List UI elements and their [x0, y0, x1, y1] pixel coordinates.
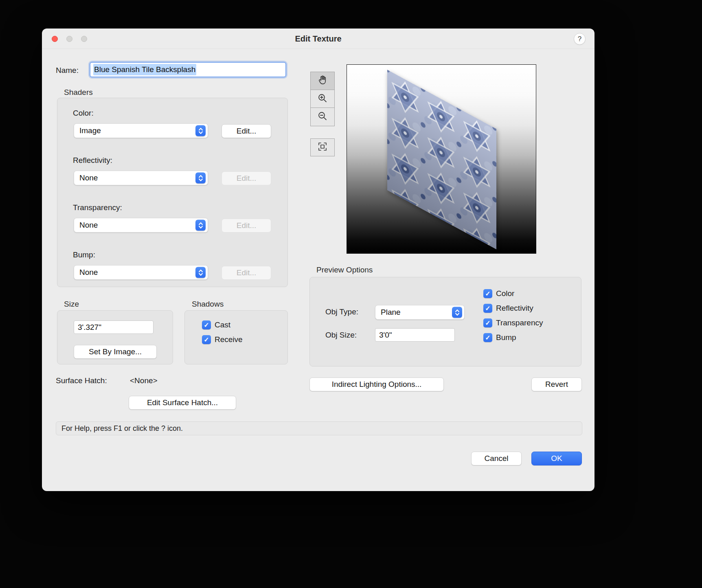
size-group: 3'.327" Set By Image...	[57, 310, 173, 364]
obj-size-input[interactable]: 3'0"	[375, 328, 455, 342]
bump-shader-label: Bump:	[73, 250, 95, 259]
transparency-edit-button: Edit...	[222, 219, 271, 233]
receive-checkbox[interactable]: ✓ Receive	[202, 335, 243, 344]
zoom-out-tool-button[interactable]	[311, 108, 334, 126]
transparency-shader-dropdown[interactable]: None	[74, 218, 208, 233]
reflectivity-shader-label: Reflectivity:	[73, 156, 112, 165]
obj-size-value: 3'0"	[379, 331, 392, 340]
name-label: Name:	[56, 66, 79, 75]
bump-shader-value: None	[79, 268, 98, 277]
chevron-updown-icon	[195, 267, 206, 278]
shadows-group-title: Shadows	[192, 300, 224, 309]
help-button[interactable]: ?	[574, 33, 586, 45]
reflectivity-preview-checkbox-label: Reflectivity	[496, 304, 533, 313]
checkbox-checked-icon: ✓	[483, 318, 492, 327]
bump-preview-checkbox[interactable]: ✓ Bump	[483, 333, 516, 342]
edit-surface-hatch-button[interactable]: Edit Surface Hatch...	[129, 396, 236, 410]
chevron-updown-icon	[195, 220, 206, 231]
checkbox-checked-icon: ✓	[483, 304, 492, 313]
checkbox-checked-icon: ✓	[483, 289, 492, 298]
reflectivity-edit-button: Edit...	[222, 171, 271, 185]
chevron-updown-icon	[195, 173, 206, 184]
shaders-group-title: Shaders	[64, 88, 93, 97]
chevron-updown-icon	[452, 307, 462, 318]
texture-preview-plane	[387, 70, 496, 250]
checkbox-checked-icon: ✓	[202, 320, 211, 329]
obj-type-label: Obj Type:	[325, 307, 358, 316]
size-value: 3'.327"	[78, 323, 101, 332]
minimize-button[interactable]	[66, 36, 72, 42]
checkbox-checked-icon: ✓	[202, 335, 211, 344]
window-title: Edit Texture	[42, 29, 595, 49]
cast-checkbox-label: Cast	[215, 320, 230, 329]
receive-checkbox-label: Receive	[215, 335, 243, 344]
color-shader-dropdown[interactable]: Image	[74, 123, 208, 138]
zoom-extents-button[interactable]	[310, 138, 335, 156]
ok-button[interactable]: OK	[531, 452, 582, 465]
color-shader-value: Image	[79, 126, 101, 135]
color-preview-checkbox[interactable]: ✓ Color	[483, 289, 514, 298]
edit-texture-dialog: Edit Texture ? Name: Blue Spanish Tile B…	[42, 29, 595, 491]
status-bar-text: For Help, press F1 or click the ? icon.	[61, 424, 183, 433]
reflectivity-shader-value: None	[79, 173, 98, 182]
obj-type-dropdown[interactable]: Plane	[375, 305, 465, 320]
checkbox-checked-icon: ✓	[483, 333, 492, 342]
color-preview-checkbox-label: Color	[496, 289, 514, 298]
surface-hatch-label: Surface Hatch:	[56, 376, 107, 385]
zoom-in-icon	[317, 93, 328, 105]
status-bar: For Help, press F1 or click the ? icon.	[56, 421, 582, 435]
reflectivity-preview-checkbox[interactable]: ✓ Reflectivity	[483, 304, 533, 313]
obj-size-label: Obj Size:	[325, 331, 357, 340]
zoom-out-icon	[317, 111, 328, 123]
chevron-updown-icon	[195, 125, 206, 136]
pan-tool-button[interactable]	[311, 72, 334, 90]
size-input[interactable]: 3'.327"	[74, 320, 154, 334]
preview-plane-shading	[387, 70, 496, 250]
shaders-group: Color: Image Edit... Reflectivity: None …	[57, 98, 288, 287]
zoom-in-tool-button[interactable]	[311, 90, 334, 108]
cast-checkbox[interactable]: ✓ Cast	[202, 320, 230, 329]
reflectivity-shader-dropdown[interactable]: None	[74, 171, 208, 185]
bump-preview-checkbox-label: Bump	[496, 333, 516, 342]
zoom-window-button[interactable]	[81, 36, 87, 42]
name-input[interactable]: Blue Spanish Tile Backsplash	[90, 62, 286, 77]
color-shader-label: Color:	[73, 109, 94, 118]
screen-background: Edit Texture ? Name: Blue Spanish Tile B…	[0, 0, 702, 588]
size-group-title: Size	[64, 300, 79, 309]
title-bar: Edit Texture ?	[42, 29, 595, 49]
transparency-shader-value: None	[79, 221, 98, 230]
close-button[interactable]	[52, 36, 58, 42]
cancel-button[interactable]: Cancel	[471, 452, 522, 465]
revert-button[interactable]: Revert	[531, 377, 582, 391]
texture-preview-canvas[interactable]	[347, 64, 536, 254]
transparency-preview-checkbox[interactable]: ✓ Transparency	[483, 318, 543, 327]
zoom-extents-icon	[317, 141, 328, 154]
bump-shader-dropdown[interactable]: None	[74, 265, 208, 280]
preview-tool-column	[310, 72, 335, 126]
color-edit-button[interactable]: Edit...	[222, 124, 271, 138]
hand-icon	[317, 75, 328, 87]
name-input-selected-text: Blue Spanish Tile Backsplash	[93, 64, 196, 75]
obj-type-value: Plane	[381, 308, 401, 317]
bump-edit-button: Edit...	[222, 266, 271, 280]
transparency-preview-checkbox-label: Transparency	[496, 318, 543, 327]
preview-options-title: Preview Options	[316, 265, 373, 274]
preview-options-group: Obj Type: Plane Obj Size: 3'0" ✓ Color ✓…	[309, 277, 581, 366]
indirect-lighting-options-button[interactable]: Indirect Lighting Options...	[309, 377, 444, 391]
set-by-image-button[interactable]: Set By Image...	[74, 345, 157, 359]
shadows-group: ✓ Cast ✓ Receive	[184, 310, 288, 364]
surface-hatch-value: <None>	[130, 376, 158, 385]
transparency-shader-label: Transparency:	[73, 203, 122, 212]
